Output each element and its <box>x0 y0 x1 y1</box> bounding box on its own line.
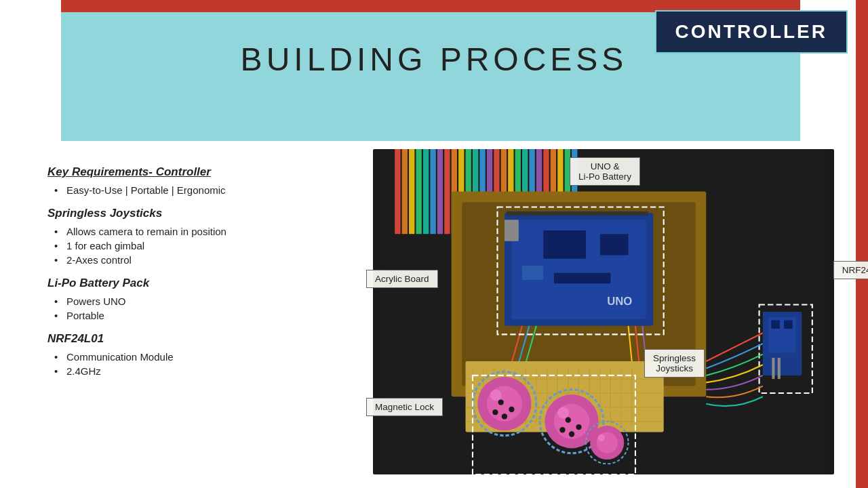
svg-point-70 <box>498 399 504 405</box>
svg-rect-89 <box>771 321 780 329</box>
section1-title: Key Requirements- Controller <box>47 165 346 179</box>
content-area: Key Requirements- Controller Easy-to-Use… <box>0 149 854 481</box>
list-item: Powers UNO <box>54 294 346 308</box>
svg-text:UNO: UNO <box>607 295 632 308</box>
section3-bullets: Powers UNO Portable <box>47 294 346 323</box>
svg-point-73 <box>492 409 498 415</box>
svg-point-80 <box>569 431 574 436</box>
label-springless-text: SpringlessJoysticks <box>653 353 696 373</box>
label-acrylic: Acrylic Board <box>366 270 438 288</box>
svg-rect-92 <box>778 358 781 379</box>
label-nrf: NRF24L01 <box>833 261 868 279</box>
section2-title: Springless Joysticks <box>47 207 346 220</box>
section1-bullets: Easy-to-Use | Portable | Ergonomic <box>47 183 346 197</box>
list-item: Allows camera to remain in position <box>54 224 346 239</box>
svg-rect-90 <box>784 321 793 329</box>
svg-rect-91 <box>772 358 774 379</box>
svg-rect-2 <box>402 149 408 234</box>
label-springless: SpringlessJoysticks <box>644 349 705 378</box>
svg-rect-5 <box>423 149 429 234</box>
svg-point-78 <box>566 417 571 422</box>
section4-title: NRF24L01 <box>47 332 346 346</box>
svg-rect-35 <box>505 220 519 241</box>
svg-point-71 <box>509 407 514 412</box>
svg-rect-6 <box>430 149 435 234</box>
left-panel: Key Requirements- Controller Easy-to-Use… <box>0 149 366 481</box>
section3-title: Li-Po Battery Pack <box>47 277 346 290</box>
label-magnetic: Magnetic Lock <box>366 398 443 416</box>
label-acrylic-text: Acrylic Board <box>375 274 429 284</box>
svg-rect-4 <box>416 149 421 234</box>
svg-point-79 <box>576 424 581 430</box>
svg-point-69 <box>490 390 502 401</box>
svg-point-72 <box>502 413 507 419</box>
svg-point-85 <box>598 434 605 441</box>
list-item: 2.4GHz <box>54 364 346 378</box>
list-item: 1 for each gimbal <box>54 239 346 253</box>
label-magnetic-text: Magnetic Lock <box>375 402 434 412</box>
label-uno-text: UNO &Li-Po Battery <box>578 161 631 182</box>
svg-rect-31 <box>543 230 586 259</box>
photo-svg: UNO <box>373 149 834 474</box>
label-uno: UNO &Li-Po Battery <box>570 157 640 186</box>
list-item: 2-Axes control <box>54 253 346 267</box>
svg-rect-7 <box>437 149 443 234</box>
list-item: Portable <box>54 308 346 323</box>
section2-bullets: Allows camera to remain in position 1 fo… <box>47 224 346 267</box>
svg-rect-36 <box>507 211 648 216</box>
label-nrf-text: NRF24L01 <box>842 265 868 275</box>
svg-point-81 <box>559 427 565 432</box>
svg-rect-3 <box>409 149 414 234</box>
svg-rect-33 <box>522 266 543 280</box>
list-item: Easy-to-Use | Portable | Ergonomic <box>54 183 346 197</box>
svg-rect-8 <box>444 149 450 234</box>
svg-point-77 <box>557 407 569 419</box>
svg-rect-1 <box>395 149 400 234</box>
svg-rect-34 <box>554 273 610 284</box>
list-item: Communication Module <box>54 350 346 364</box>
section4-bullets: Communication Module 2.4GHz <box>47 350 346 378</box>
controller-badge: CONTROLLER <box>655 10 848 54</box>
photo-container: UNO <box>373 149 834 474</box>
svg-rect-32 <box>600 234 629 255</box>
right-panel: UNO <box>373 149 854 481</box>
